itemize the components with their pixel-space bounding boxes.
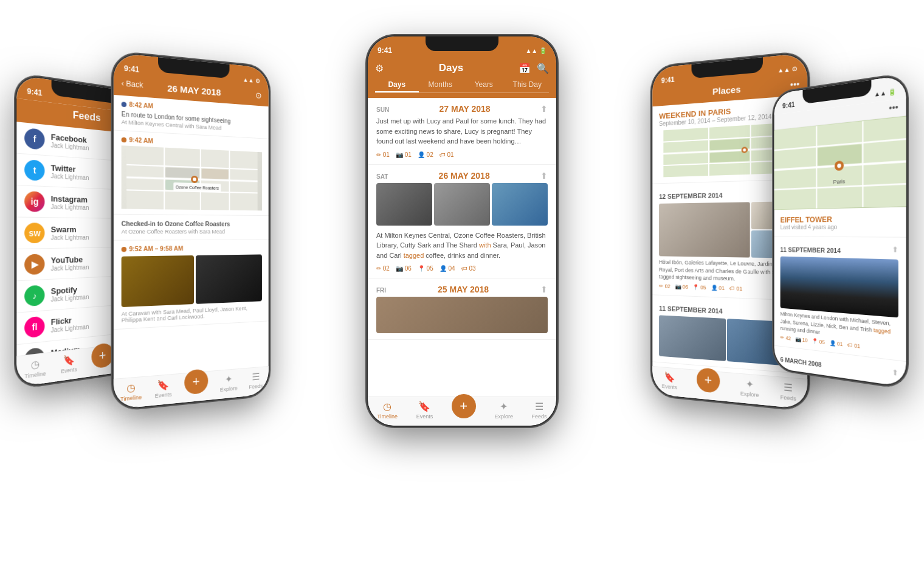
eiffel-edits: ✏ 42 [781, 334, 791, 341]
day-3-photo-1 [376, 297, 548, 333]
nav4-feeds[interactable]: ☰ Feeds [781, 381, 796, 402]
search-icon[interactable]: 🔍 [537, 63, 549, 74]
status-time-5: 9:41 [782, 100, 795, 110]
eiffel-tags: 🏷 01 [847, 342, 860, 350]
nav2-add[interactable]: + [184, 368, 208, 395]
detail-more-icon: ••• [889, 102, 898, 114]
day-2-photos: 📷 06 [396, 265, 412, 272]
photo-1 [122, 255, 194, 307]
sept11-photo-1 [659, 315, 726, 361]
nav2-events[interactable]: 🔖 Events [155, 378, 172, 399]
nav2-explore[interactable]: ✦ Explore [220, 373, 238, 393]
status-icons-4: ▲▲ ⊙ [777, 65, 797, 74]
nav4-explore-icon: ✦ [745, 378, 753, 390]
days-tabs: Days Months Years This Day [375, 78, 549, 93]
eiffel-entry: EIFFEL TOWER Last visited 4 years ago [774, 207, 906, 237]
svg-text:Ozone Coffee Roasters: Ozone Coffee Roasters [176, 185, 219, 191]
tab-this-day[interactable]: This Day [506, 78, 550, 92]
eiffel-sept11-date: 11 SEPTEMBER 2014 [781, 246, 841, 255]
march2008-share[interactable]: ⬆ [892, 368, 898, 378]
days-header: ⚙ Days 📅 🔍 Days Months Years This Day [368, 58, 556, 98]
gear-icon[interactable]: ⚙ [375, 63, 384, 74]
day-2-people: 👤 04 [440, 265, 455, 272]
back-button[interactable]: ‹ Back [122, 79, 143, 89]
day-2-photo-3 [492, 183, 548, 226]
nav-timeline[interactable]: ◷ Timeline [24, 357, 46, 379]
nav3-events-label: Events [416, 413, 433, 420]
day-1-date: 27 MAY 2018 [440, 104, 491, 114]
nav2-timeline-icon: ◷ [126, 381, 136, 394]
status-icons-5: ▲▲ 🔋 [874, 88, 896, 97]
day-2-desc: At Milton Keynes Central, Ozone Coffee R… [376, 230, 548, 261]
nav3-timeline[interactable]: ◷ Timeline [377, 401, 398, 420]
sept12-photo-1 [659, 202, 750, 257]
spotify-icon: ♪ [24, 285, 44, 307]
nav-events[interactable]: 🔖 Events [61, 353, 77, 375]
nav3-events-icon: 🔖 [418, 401, 430, 412]
facebook-icon: f [24, 128, 44, 150]
day-1-desc: Just met up with Lucy and Paul for some … [376, 116, 548, 147]
phones-container: 9:41 ▪ ▪ ▪ Feeds f Facebook Jack Lightma… [0, 0, 924, 574]
sept11-date: 11 SEPTEMBER 2014 [659, 305, 722, 315]
nav3-explore-label: Explore [494, 413, 513, 420]
nav2-events-icon: 🔖 [157, 378, 169, 391]
day-3-photos [376, 297, 548, 333]
nav3-timeline-label: Timeline [377, 413, 398, 420]
march2008-date: 6 MARCH 2008 [781, 356, 822, 368]
places-more-icon: ••• [790, 79, 800, 90]
tab-months[interactable]: Months [419, 78, 463, 92]
eiffel-places: 📍 05 [812, 337, 825, 345]
nav3-events[interactable]: 🔖 Events [416, 401, 433, 420]
phone-timeline-detail: 9:41 ▲▲ ⊙ ‹ Back 26 MAY 2018 ⊙ 8:42 AM E… [114, 53, 269, 409]
nav4-feeds-icon: ☰ [784, 381, 793, 394]
checkin-sub: At Ozone Coffee Roasters with Sara Mead [122, 229, 262, 235]
day-3-dow: FRI [376, 287, 386, 294]
eiffel-photos: 📷 10 [795, 336, 808, 343]
tab-years[interactable]: Years [462, 78, 506, 92]
day-3-share[interactable]: ⬆ [540, 285, 548, 294]
svg-rect-8 [202, 168, 229, 179]
nav2-timeline[interactable]: ◷ Timeline [120, 381, 142, 402]
day-2-share[interactable]: ⬆ [540, 171, 548, 181]
nav4-explore-label: Explore [740, 390, 759, 398]
eiffel-title: EIFFEL TOWER [781, 213, 898, 224]
sept12-places: 📍 05 [692, 284, 706, 291]
eiffel-sub: Last visited 4 years ago [781, 223, 898, 230]
nav2-feeds[interactable]: ☰ Feeds [249, 370, 263, 390]
status-time-4: 9:41 [661, 75, 675, 85]
nav-timeline-label: Timeline [24, 370, 46, 379]
nav3-explore[interactable]: ✦ Explore [494, 401, 513, 420]
eiffel-sept11-share[interactable]: ⬆ [892, 245, 898, 254]
nav3-explore-icon: ✦ [500, 401, 508, 412]
day-2-photos [376, 183, 548, 226]
nav2-explore-label: Explore [220, 386, 238, 393]
nav4-add[interactable]: + [697, 367, 720, 393]
day-2-date: 26 MAY 2018 [439, 171, 490, 181]
sept12-tags: 🏷 01 [729, 285, 742, 292]
eiffel-photo [781, 257, 898, 318]
day-entry-1: SUN 27 MAY 2018 ⬆ Just met up with Lucy … [368, 98, 556, 165]
day-1-people: 👤 02 [418, 151, 433, 158]
nav2-feeds-icon: ☰ [252, 371, 260, 382]
detail-title: 26 MAY 2018 [167, 83, 221, 97]
nav4-events-label: Events [662, 383, 677, 390]
nav4-explore[interactable]: ✦ Explore [740, 378, 759, 398]
entry-map: 9:42 AM [114, 131, 269, 216]
day-2-places: 📍 05 [418, 265, 433, 272]
nav2-explore-icon: ✦ [225, 373, 232, 386]
entry-time-4: 9:52 AM – 9:58 AM [122, 244, 262, 252]
nav4-events[interactable]: 🔖 Events [662, 371, 677, 390]
phone-place-detail: 9:41 ▲▲ 🔋 ••• Paris [774, 75, 906, 387]
calendar-icon[interactable]: 📅 [519, 63, 531, 74]
sept12-photos-count: 📷 06 [675, 283, 688, 289]
nav3-feeds[interactable]: ☰ Feeds [532, 401, 547, 420]
header-actions: 📅 🔍 [519, 63, 549, 74]
day-2-meta: ✏ 02 📷 06 📍 05 👤 04 🏷 03 [376, 265, 548, 272]
sept12-edits: ✏ 02 [659, 283, 671, 289]
tab-days[interactable]: Days [375, 78, 419, 92]
day-3-date: 25 MAY 2018 [438, 285, 489, 294]
status-icons-3: ▲▲ 🔋 [525, 47, 546, 54]
nav3-add[interactable]: + [452, 394, 476, 418]
day-1-share[interactable]: ⬆ [540, 104, 548, 114]
nav3-feeds-label: Feeds [532, 413, 547, 420]
